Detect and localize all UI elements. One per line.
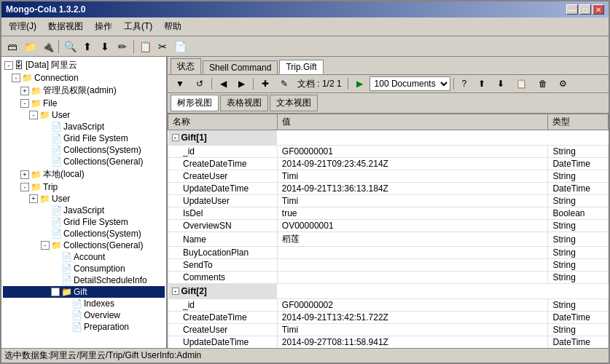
- minimize-button[interactable]: —: [566, 4, 578, 15]
- expand-trip[interactable]: -: [20, 183, 29, 191]
- cell-type: String: [548, 170, 609, 183]
- menu-dataview[interactable]: 数据视图: [44, 19, 87, 34]
- view-tabs: 树形视图 表格视图 文本视图: [168, 93, 609, 114]
- expand-local[interactable]: +: [20, 170, 29, 179]
- tree-item-admin[interactable]: + 📁 管理员权限(admin): [3, 84, 165, 98]
- table-row[interactable]: SendTo String: [168, 259, 609, 272]
- settings-btn[interactable]: ⚙: [554, 77, 572, 90]
- copy-btn[interactable]: 📋: [511, 77, 532, 90]
- table-row[interactable]: BuyLocationPlan String: [168, 247, 609, 259]
- expand-file[interactable]: -: [20, 99, 29, 108]
- tree-item-colsys2[interactable]: 📄 Collections(System): [3, 228, 165, 240]
- maximize-button[interactable]: □: [579, 4, 591, 15]
- table-row[interactable]: OverviewSN OV00000001 String: [168, 220, 609, 232]
- doc-count-select[interactable]: 100 Documents: [369, 76, 450, 91]
- view-tab-text[interactable]: 文本视图: [270, 95, 318, 111]
- toolbar-btn-8[interactable]: 📋: [137, 39, 153, 55]
- toolbar-btn-2[interactable]: 📁: [22, 39, 38, 55]
- tree-item-trip[interactable]: - 📁 Trip: [3, 181, 165, 193]
- tree-item-local[interactable]: + 📁 本地(local): [3, 167, 165, 181]
- edit-btn[interactable]: ✎: [275, 77, 293, 90]
- tree-item-user2[interactable]: + 📁 User: [3, 193, 165, 205]
- tree-root-label: [Data] 阿里云: [26, 59, 77, 71]
- table-group-row[interactable]: - Gift[1]: [168, 130, 609, 146]
- menu-operations[interactable]: 操作: [90, 19, 117, 34]
- tree-label-js2: JavaScript: [63, 205, 104, 215]
- tree-item-account[interactable]: 📄 Account: [3, 251, 165, 263]
- tree-item-colsys1[interactable]: 📄 Collections(System): [3, 144, 165, 156]
- expand-colgen2[interactable]: -: [41, 241, 50, 250]
- refresh-btn[interactable]: ↺: [191, 77, 208, 90]
- toolbar-btn-3[interactable]: 🔌: [39, 39, 55, 55]
- table-row[interactable]: CreateUser Timi String: [168, 324, 609, 336]
- filter-btn[interactable]: ▼: [171, 77, 189, 90]
- view-tab-tree[interactable]: 树形视图: [171, 95, 219, 111]
- table-row[interactable]: Name 稻莲 String: [168, 232, 609, 247]
- toolbar-btn-1[interactable]: 🗃: [4, 39, 20, 55]
- tree-item-preparation[interactable]: 📄 Preparation: [3, 321, 165, 333]
- tree-item-gift[interactable]: - 📁 Gift: [3, 286, 165, 298]
- table-row[interactable]: _id GF00000001 String: [168, 146, 609, 158]
- toolbar-btn-7[interactable]: ✏: [114, 39, 130, 55]
- import-btn[interactable]: ⬇: [492, 77, 509, 90]
- table-row[interactable]: CreateDateTime 2014-09-21T09:23:45.214Z …: [168, 158, 609, 170]
- cell-type: String: [548, 195, 609, 207]
- cell-type: DateTime: [548, 158, 609, 170]
- tree-item-file[interactable]: - 📁 File: [3, 98, 165, 109]
- table-row[interactable]: UpdateDateTime 2014-09-27T08:11:58.941Z …: [168, 336, 609, 349]
- table-row[interactable]: _id GF00000002 String: [168, 299, 609, 312]
- tree-item-colgen1[interactable]: 📄 Collections(General): [3, 156, 165, 167]
- tree-item-overview[interactable]: 📄 Overview: [3, 309, 165, 321]
- delete-btn[interactable]: 🗑: [533, 77, 552, 90]
- file-icon4: 📄: [51, 145, 62, 155]
- menu-manage[interactable]: 管理(J): [4, 19, 41, 34]
- toolbar-btn-10[interactable]: 📄: [172, 39, 188, 55]
- toolbar-btn-6[interactable]: ⬇: [97, 39, 113, 55]
- table-row[interactable]: CreateDateTime 2014-09-21T13:42:51.722Z …: [168, 312, 609, 324]
- table-row[interactable]: UpdateUser Timi String: [168, 195, 609, 207]
- tab-shell[interactable]: Shell Command: [203, 60, 278, 74]
- table-row[interactable]: Comments String: [168, 272, 609, 284]
- view-tab-table[interactable]: 表格视图: [220, 95, 268, 111]
- menu-help[interactable]: 帮助: [160, 19, 186, 34]
- table-row[interactable]: CreateUser Timi String: [168, 170, 609, 183]
- export-btn[interactable]: ⬆: [473, 77, 490, 90]
- tree-label-gift: Gift: [74, 287, 87, 297]
- expand-gift[interactable]: -: [51, 288, 60, 296]
- tree-item-gfs1[interactable]: 📄 Grid File System: [3, 132, 165, 144]
- tree-item-user1[interactable]: - 📁 User: [3, 109, 165, 121]
- expand-user1[interactable]: -: [29, 111, 38, 119]
- cell-value: 2014-09-21T13:36:13.184Z: [277, 183, 548, 195]
- tree-item-js2[interactable]: 📄 JavaScript: [3, 205, 165, 216]
- table-group-row[interactable]: - Gift[2]: [168, 284, 609, 299]
- tree-item-detailschedule[interactable]: 📄 DetailScheduleInfo: [3, 274, 165, 286]
- expand-user2[interactable]: +: [29, 194, 38, 203]
- tree-item-consumption[interactable]: 📄 Consumption: [3, 263, 165, 274]
- tree-label-js1: JavaScript: [63, 122, 104, 132]
- toolbar-btn-4[interactable]: 🔍: [62, 39, 78, 55]
- help-btn[interactable]: ?: [457, 77, 472, 90]
- prev-btn[interactable]: ◀: [215, 77, 232, 90]
- tree-item-colgen2[interactable]: - 📁 Collections(General): [3, 240, 165, 251]
- next-btn[interactable]: ▶: [233, 77, 250, 90]
- table-row[interactable]: UpdateDateTime 2014-09-21T13:36:13.184Z …: [168, 183, 609, 195]
- cell-type: String: [548, 220, 609, 232]
- menu-tools[interactable]: 工具(T): [120, 19, 157, 34]
- table-row[interactable]: IsDel true Boolean: [168, 207, 609, 220]
- toolbar-btn-5[interactable]: ⬆: [79, 39, 95, 55]
- add-btn[interactable]: ✚: [257, 77, 274, 90]
- tree-item-gfs2[interactable]: 📄 Grid File System: [3, 216, 165, 228]
- cell-value: Timi: [277, 195, 548, 207]
- tab-trip-gift[interactable]: Trip.Gift: [279, 60, 323, 74]
- tree-root[interactable]: - 🗄 [Data] 阿里云: [3, 58, 165, 72]
- toolbar-btn-9[interactable]: ✂: [155, 39, 171, 55]
- expand-connection[interactable]: -: [12, 74, 20, 82]
- tree-item-indexes[interactable]: 📄 Indexes: [3, 298, 165, 309]
- tab-status[interactable]: 状态: [171, 58, 201, 74]
- expand-root[interactable]: -: [4, 61, 13, 70]
- expand-admin[interactable]: +: [20, 87, 29, 95]
- close-button[interactable]: ✕: [593, 4, 604, 15]
- tree-item-connection[interactable]: - 📁 Connection: [3, 72, 165, 84]
- play-btn[interactable]: ▶: [351, 77, 368, 90]
- tree-item-js1[interactable]: 📄 JavaScript: [3, 121, 165, 132]
